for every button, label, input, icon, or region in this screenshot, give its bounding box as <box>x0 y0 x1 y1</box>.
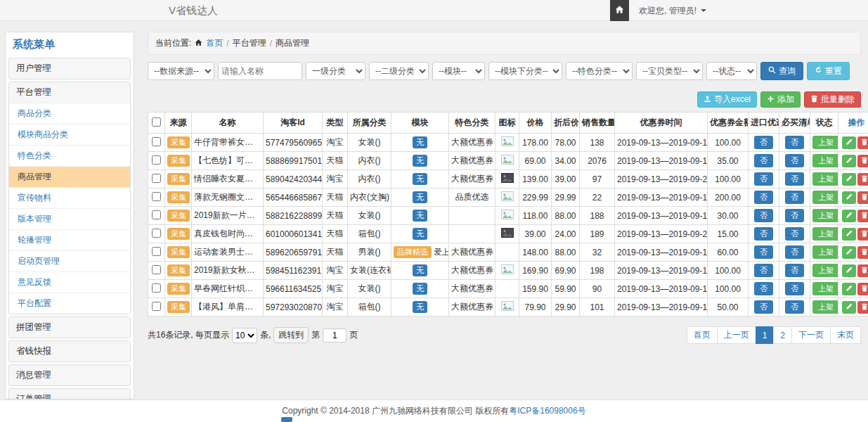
sidebar-item[interactable]: 宣传物料 <box>9 187 130 208</box>
delete-button[interactable] <box>857 283 868 295</box>
import-pref-toggle[interactable]: 否 <box>754 300 773 314</box>
status-toggle[interactable]: 上架 <box>812 172 838 186</box>
filter-name-input[interactable] <box>218 62 302 80</box>
status-toggle[interactable]: 上架 <box>812 264 838 277</box>
edit-button[interactable] <box>842 228 856 241</box>
edit-button[interactable] <box>842 136 856 149</box>
page-button[interactable]: 上一页 <box>717 326 756 344</box>
row-checkbox[interactable] <box>152 229 161 238</box>
sidebar-section[interactable]: 省钱快报 <box>9 341 130 362</box>
import-pref-toggle[interactable]: 否 <box>754 154 773 167</box>
page-button[interactable]: 末页 <box>830 326 861 344</box>
import-pref-toggle[interactable]: 否 <box>754 172 773 186</box>
sidebar-item[interactable]: 模块商品分类 <box>9 124 130 145</box>
sidebar-item[interactable]: 商品管理 <box>9 166 130 187</box>
sidebar-section[interactable]: 订单管理 <box>9 389 130 399</box>
status-toggle[interactable]: 上架 <box>812 191 838 204</box>
import-pref-toggle[interactable]: 否 <box>754 227 773 241</box>
user-menu[interactable]: 欢迎您, 管理员! <box>629 0 716 21</box>
add-button[interactable]: 添加 <box>760 91 801 108</box>
row-checkbox[interactable] <box>152 210 161 219</box>
import-pref-toggle[interactable]: 否 <box>754 245 773 259</box>
import-excel-button[interactable]: 导入excel <box>697 91 757 108</box>
row-checkbox[interactable] <box>152 247 161 256</box>
sidebar-item[interactable]: 特色分类 <box>9 145 130 166</box>
delete-button[interactable] <box>857 173 868 186</box>
import-pref-toggle[interactable]: 否 <box>754 191 773 204</box>
sidebar-item[interactable]: 意见反馈 <box>9 271 130 293</box>
edit-button[interactable] <box>842 191 856 204</box>
edit-button[interactable] <box>842 155 856 167</box>
delete-button[interactable] <box>857 210 868 222</box>
filter-featured-category[interactable]: --特色分类-- <box>566 62 633 80</box>
sidebar-item[interactable]: 平台配置 <box>9 293 130 314</box>
must-buy-toggle[interactable]: 否 <box>785 282 804 295</box>
must-buy-toggle[interactable]: 否 <box>785 227 804 241</box>
must-buy-toggle[interactable]: 否 <box>785 264 804 277</box>
home-button[interactable] <box>610 0 629 21</box>
row-checkbox[interactable] <box>152 283 161 293</box>
select-all-checkbox[interactable] <box>152 117 161 127</box>
edit-button[interactable] <box>842 283 856 295</box>
filter-data-source[interactable]: --数据来源-- <box>148 62 214 80</box>
sidebar-section[interactable]: 平台管理 <box>9 82 130 103</box>
import-pref-toggle[interactable]: 否 <box>754 136 773 149</box>
page-button[interactable]: 2 <box>773 326 792 344</box>
delete-button[interactable] <box>857 228 868 241</box>
page-button[interactable]: 1 <box>756 326 775 344</box>
delete-button[interactable] <box>857 155 868 167</box>
filter-category-level2[interactable]: --二级分类-- <box>369 62 429 80</box>
filter-module-sub[interactable]: --模块下分类-- <box>488 62 562 80</box>
status-toggle[interactable]: 上架 <box>812 245 838 259</box>
jump-button[interactable]: 跳转到 <box>273 327 309 343</box>
sidebar-item[interactable]: 版本管理 <box>9 208 130 229</box>
import-pref-toggle[interactable]: 否 <box>754 282 773 295</box>
status-toggle[interactable]: 上架 <box>812 209 838 222</box>
per-page-select[interactable]: 10 <box>232 328 257 343</box>
edit-button[interactable] <box>842 246 856 259</box>
row-checkbox[interactable] <box>152 155 161 165</box>
breadcrumb-home-link[interactable]: 首页 <box>206 37 223 49</box>
delete-button[interactable] <box>857 136 868 149</box>
must-buy-toggle[interactable]: 否 <box>785 172 804 186</box>
delete-button[interactable] <box>857 264 868 277</box>
edit-button[interactable] <box>842 264 856 277</box>
delete-button[interactable] <box>857 246 868 259</box>
status-toggle[interactable]: 上架 <box>812 282 838 295</box>
filter-item-type[interactable]: --宝贝类型-- <box>636 62 703 80</box>
page-button[interactable]: 下一页 <box>791 326 831 344</box>
filter-status[interactable]: --状态-- <box>706 62 757 80</box>
icp-link[interactable]: 粤ICP备16098006号 <box>509 406 585 416</box>
reset-button[interactable]: 重置 <box>807 62 850 80</box>
filter-module[interactable]: --模块-- <box>432 62 485 80</box>
row-checkbox[interactable] <box>152 192 161 201</box>
page-number-input[interactable] <box>323 328 346 343</box>
sidebar-section[interactable]: 用户管理 <box>9 58 130 79</box>
status-toggle[interactable]: 上架 <box>812 300 838 314</box>
must-buy-toggle[interactable]: 否 <box>785 191 804 204</box>
edit-button[interactable] <box>842 210 856 222</box>
sidebar-item[interactable]: 轮播管理 <box>9 229 130 250</box>
edit-button[interactable] <box>842 173 856 186</box>
delete-button[interactable] <box>857 301 868 314</box>
import-pref-toggle[interactable]: 否 <box>754 264 773 277</box>
page-button[interactable]: 首页 <box>687 326 718 344</box>
must-buy-toggle[interactable]: 否 <box>785 300 804 314</box>
sidebar-item[interactable]: 商品分类 <box>9 103 130 124</box>
must-buy-toggle[interactable]: 否 <box>785 154 804 167</box>
row-checkbox[interactable] <box>152 137 161 146</box>
import-pref-toggle[interactable]: 否 <box>754 209 773 222</box>
row-checkbox[interactable] <box>152 265 161 274</box>
delete-button[interactable] <box>857 191 868 204</box>
row-checkbox[interactable] <box>152 174 161 183</box>
must-buy-toggle[interactable]: 否 <box>785 136 804 149</box>
must-buy-toggle[interactable]: 否 <box>785 209 804 222</box>
query-button[interactable]: 查询 <box>760 62 803 80</box>
row-checkbox[interactable] <box>152 302 161 311</box>
status-toggle[interactable]: 上架 <box>812 154 838 167</box>
status-toggle[interactable]: 上架 <box>812 227 838 241</box>
sidebar-item[interactable]: 启动页管理 <box>9 250 130 271</box>
batch-delete-button[interactable]: 批量删除 <box>804 91 861 108</box>
status-toggle[interactable]: 上架 <box>812 136 838 149</box>
edit-button[interactable] <box>842 301 856 314</box>
